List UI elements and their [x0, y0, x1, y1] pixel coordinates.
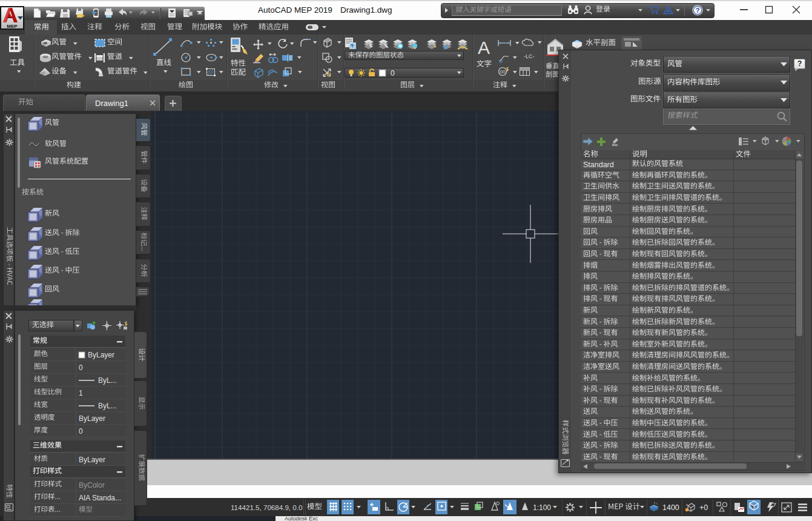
svg-text:?: ? — [696, 7, 700, 14]
svg-text:00: 00 — [500, 69, 506, 75]
svg-text:z: z — [686, 503, 688, 506]
